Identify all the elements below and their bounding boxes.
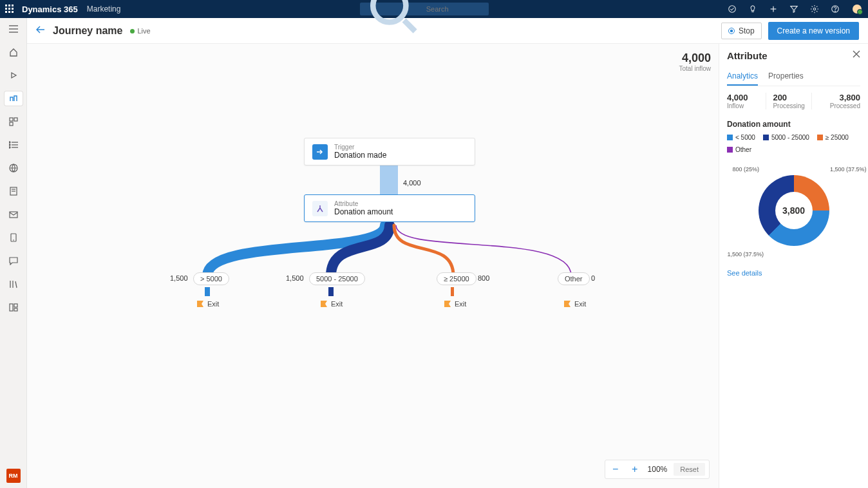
panel-stats: 4,000Inflow 200Processing 3,800Processed xyxy=(727,93,860,109)
rail-journey[interactable] xyxy=(5,91,23,106)
flag-icon xyxy=(321,301,327,307)
chart-legend: < 5000 5000 - 25000 ≥ 25000 Other xyxy=(727,134,860,153)
donut-label-c: 1,500 (37.5%) xyxy=(728,251,764,258)
left-nav-rail: RM xyxy=(0,18,27,488)
page-title: Journey name xyxy=(53,25,122,37)
svg-line-30 xyxy=(15,281,17,288)
trigger-icon xyxy=(312,144,328,160)
rail-assets[interactable] xyxy=(5,300,23,314)
flow-count-label: 4,000 xyxy=(403,179,421,187)
exit-2: Exit xyxy=(321,300,343,308)
lightbulb-icon[interactable] xyxy=(748,5,757,14)
attribute-icon xyxy=(312,201,328,216)
svg-rect-33 xyxy=(14,308,17,311)
branch-pill-1[interactable]: > 5000 xyxy=(193,272,229,285)
gear-icon[interactable] xyxy=(810,5,819,14)
journey-canvas[interactable]: 4,000 Total inflow xyxy=(27,44,719,488)
donut-label-b: 1,500 (37.5%) xyxy=(830,166,867,173)
branch-pill-3[interactable]: ≥ 25000 xyxy=(437,272,476,285)
global-top-bar: Dynamics 365 Marketing xyxy=(0,0,868,18)
branch-pill-2[interactable]: 5000 - 25000 xyxy=(309,272,365,285)
exit-1: Exit xyxy=(197,300,219,308)
node-attribute[interactable]: AttributeDonation amount xyxy=(304,194,475,222)
back-button[interactable] xyxy=(36,26,45,35)
svg-point-8 xyxy=(835,11,836,12)
filter-icon[interactable] xyxy=(789,5,798,14)
svg-rect-31 xyxy=(10,304,13,311)
donut-chart: 3,800 800 (25%) 1,500 (37.5%) 1,500 (37.… xyxy=(733,162,855,259)
branch-stub-1 xyxy=(205,287,210,296)
status-indicator: Live xyxy=(130,26,150,35)
branch-stub-2 xyxy=(328,287,334,296)
search-input[interactable] xyxy=(426,5,485,13)
rail-list[interactable] xyxy=(5,138,23,152)
flow-connectors xyxy=(27,44,719,314)
zoom-reset-button[interactable]: Reset xyxy=(674,463,705,476)
rail-globe[interactable] xyxy=(5,161,23,175)
rail-mail[interactable] xyxy=(5,207,23,221)
total-inflow-metric: 4,000 Total inflow xyxy=(679,52,711,72)
svg-point-2 xyxy=(729,6,736,13)
svg-rect-12 xyxy=(10,118,13,121)
see-details-link[interactable]: See details xyxy=(727,269,860,277)
rail-play[interactable] xyxy=(5,68,23,82)
panel-title: Attribute xyxy=(727,50,860,61)
svg-rect-13 xyxy=(14,118,17,121)
rail-mobile[interactable] xyxy=(5,230,23,245)
assist-icon[interactable] xyxy=(728,5,737,14)
brand-label: Dynamics 365 xyxy=(22,5,78,14)
top-right-icons xyxy=(728,3,863,15)
page-header: Journey name Live Stop Create a new vers… xyxy=(27,18,868,44)
branch-pill-4[interactable]: Other xyxy=(558,272,590,285)
donut-center-value: 3,800 xyxy=(775,192,813,229)
persona-badge[interactable]: RM xyxy=(6,469,21,483)
user-avatar[interactable] xyxy=(851,3,863,15)
exit-3: Exit xyxy=(444,300,466,308)
zoom-control: − + 100% Reset xyxy=(605,460,710,479)
panel-section-title: Donation amount xyxy=(727,120,860,129)
svg-point-19 xyxy=(9,144,10,145)
properties-panel: Attribute Analytics Properties 4,000Infl… xyxy=(719,44,868,488)
node-trigger[interactable]: TriggerDonation made xyxy=(304,138,475,165)
global-search[interactable] xyxy=(360,3,489,15)
branch-stub-3 xyxy=(451,287,454,296)
panel-close-button[interactable] xyxy=(853,50,860,60)
svg-rect-14 xyxy=(10,122,13,126)
rail-home[interactable] xyxy=(5,45,23,59)
svg-point-6 xyxy=(813,8,816,10)
donut-label-a: 800 (25%) xyxy=(733,166,760,173)
zoom-in-button[interactable]: + xyxy=(628,463,641,476)
exit-4: Exit xyxy=(564,300,586,308)
svg-point-20 xyxy=(9,147,10,148)
branch-count-3: 800 xyxy=(478,274,489,282)
panel-tabs: Analytics Properties xyxy=(727,68,860,86)
flag-icon xyxy=(564,301,571,307)
branch-count-4: 0 xyxy=(591,274,595,282)
create-version-button[interactable]: Create a new version xyxy=(768,22,859,40)
help-icon[interactable] xyxy=(831,5,840,14)
svg-point-18 xyxy=(9,142,10,143)
stop-button[interactable]: Stop xyxy=(721,23,762,39)
area-label: Marketing xyxy=(87,5,121,14)
tab-analytics[interactable]: Analytics xyxy=(727,68,758,86)
plus-icon[interactable] xyxy=(769,5,778,14)
flag-icon xyxy=(197,301,203,307)
zoom-level: 100% xyxy=(648,465,668,474)
stop-icon xyxy=(728,28,735,34)
branch-count-2: 1,500 xyxy=(286,274,304,282)
svg-rect-32 xyxy=(14,304,17,307)
flag-icon xyxy=(444,301,451,307)
rail-chat[interactable] xyxy=(5,254,23,268)
rail-form[interactable] xyxy=(5,184,23,198)
rail-hamburger[interactable] xyxy=(5,22,23,36)
rail-segments[interactable] xyxy=(5,115,23,129)
app-launcher-icon[interactable] xyxy=(5,5,14,14)
zoom-out-button[interactable]: − xyxy=(609,463,622,476)
tab-properties[interactable]: Properties xyxy=(768,68,804,86)
branch-count-1: 1,500 xyxy=(170,274,188,282)
rail-library[interactable] xyxy=(5,277,23,291)
svg-rect-34 xyxy=(380,165,398,194)
